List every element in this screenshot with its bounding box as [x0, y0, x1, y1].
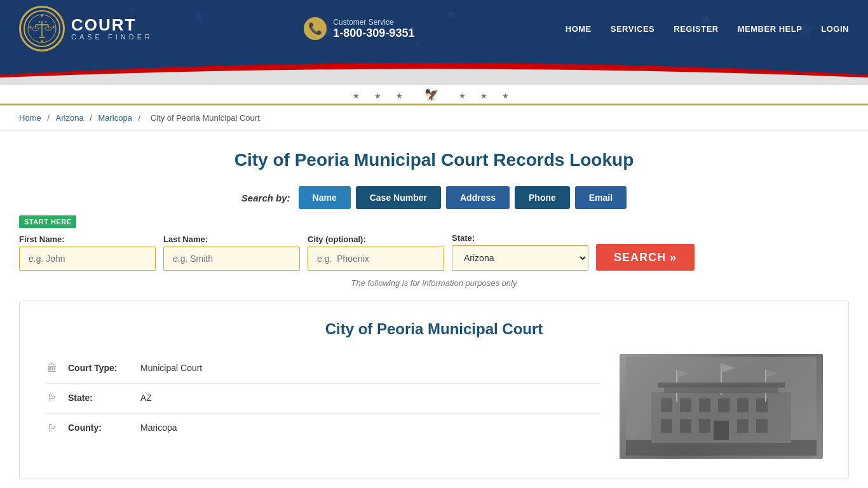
state-label: State: — [452, 233, 588, 243]
court-image-placeholder — [620, 354, 823, 459]
search-by-row: Search by: Name Case Number Address Phon… — [19, 186, 849, 209]
main-content: City of Peoria Municipal Court Records L… — [0, 131, 868, 488]
tab-phone[interactable]: Phone — [515, 186, 570, 209]
svg-rect-38 — [756, 419, 768, 433]
breadcrumb-current: City of Peoria Municipal Court — [151, 113, 260, 123]
court-info-body: 🏛 Court Type: Municipal Court 🏳 State: A… — [45, 354, 823, 459]
nav-home[interactable]: HOME — [566, 24, 592, 34]
breadcrumb-home[interactable]: Home — [19, 113, 41, 123]
info-text: The following is for information purpose… — [19, 278, 849, 288]
nav-member-help[interactable]: MEMBER HELP — [738, 24, 803, 34]
court-info-title: City of Peoria Municipal Court — [45, 320, 823, 338]
svg-text:★: ★ — [44, 20, 48, 24]
svg-rect-31 — [718, 398, 729, 412]
main-nav: HOME SERVICES REGISTER MEMBER HELP LOGIN — [566, 24, 849, 34]
svg-text:★: ★ — [40, 13, 44, 18]
search-button[interactable]: SEARCH » — [596, 244, 695, 271]
court-image — [620, 354, 823, 459]
svg-text:★: ★ — [40, 39, 44, 43]
state-row: 🏳 State: AZ — [45, 384, 600, 414]
svg-rect-30 — [699, 398, 710, 412]
state-select[interactable]: Arizona Alabama Alaska California Colora… — [452, 245, 588, 271]
nav-register[interactable]: REGISTER — [674, 24, 718, 34]
tab-case-number[interactable]: Case Number — [356, 186, 441, 209]
svg-rect-39 — [714, 421, 729, 440]
site-header: ★ ★ ★ ★ ★ ★ ★ ★ ★ ★ ★ ★ ★ ★ — [0, 0, 868, 57]
court-type-row: 🏛 Court Type: Municipal Court — [45, 354, 600, 384]
state-icon: 🏳 — [45, 393, 59, 404]
court-type-icon: 🏛 — [45, 363, 59, 374]
svg-text:★: ★ — [29, 25, 32, 29]
nav-login[interactable]: LOGIN — [821, 24, 849, 34]
county-row: 🏳 County: Maricopa — [45, 414, 600, 443]
svg-text:★: ★ — [38, 20, 41, 24]
tab-address[interactable]: Address — [446, 186, 510, 209]
court-info-section: City of Peoria Municipal Court 🏛 Court T… — [19, 301, 849, 478]
svg-rect-35 — [680, 419, 691, 433]
state-group: State: Arizona Alabama Alaska California… — [452, 233, 588, 271]
last-name-group: Last Name: — [163, 234, 300, 271]
phone-icon: 📞 — [304, 17, 327, 40]
breadcrumb-county[interactable]: Maricopa — [98, 113, 132, 123]
breadcrumb-sep2: / — [90, 113, 94, 123]
svg-rect-47 — [658, 383, 785, 388]
state-value: AZ — [140, 393, 152, 403]
arch-container — [0, 57, 868, 85]
breadcrumb-sep3: / — [139, 113, 143, 123]
last-name-input[interactable] — [163, 247, 300, 271]
svg-rect-37 — [737, 419, 749, 433]
svg-rect-36 — [699, 419, 710, 433]
tab-name[interactable]: Name — [299, 186, 351, 209]
search-form: First Name: Last Name: City (optional): … — [19, 233, 849, 271]
svg-text:★: ★ — [191, 6, 207, 26]
svg-text:★: ★ — [51, 25, 55, 29]
customer-service: 📞 Customer Service 1-800-309-9351 — [304, 17, 414, 40]
court-type-label: Court Type: — [68, 363, 132, 373]
county-value: Maricopa — [140, 423, 177, 433]
county-icon: 🏳 — [45, 423, 59, 434]
start-here-badge: START HERE — [19, 215, 849, 233]
logo[interactable]: ★ ★ ★ ★ ★ ★ COURT CASE FINDER — [19, 6, 153, 51]
cs-phone: 1-800-309-9351 — [333, 27, 414, 40]
nav-services[interactable]: SERVICES — [611, 24, 655, 34]
first-name-group: First Name: — [19, 234, 156, 271]
svg-rect-32 — [737, 398, 749, 412]
eagle-strip: ★ ★ ★ 🦅 ★ ★ ★ — [0, 85, 868, 105]
tab-email[interactable]: Email — [575, 186, 627, 209]
svg-rect-29 — [680, 398, 691, 412]
svg-text:★: ★ — [445, 6, 458, 22]
search-by-label: Search by: — [241, 193, 290, 203]
city-label: City (optional): — [308, 234, 444, 244]
eagle-icon: 🦅 — [424, 88, 444, 101]
last-name-label: Last Name: — [163, 234, 300, 244]
cs-label: Customer Service — [333, 18, 414, 27]
svg-rect-28 — [661, 398, 672, 412]
court-type-value: Municipal Court — [140, 363, 202, 373]
breadcrumb-state[interactable]: Arizona — [56, 113, 84, 123]
logo-text: COURT CASE FINDER — [71, 17, 153, 41]
breadcrumb: Home / Arizona / Maricopa / City of Peor… — [0, 105, 868, 131]
first-name-input[interactable] — [19, 247, 156, 271]
state-label-detail: State: — [68, 393, 132, 403]
city-group: City (optional): — [308, 234, 444, 271]
city-input[interactable] — [308, 247, 444, 271]
breadcrumb-sep1: / — [47, 113, 51, 123]
first-name-label: First Name: — [19, 234, 156, 244]
court-details: 🏛 Court Type: Municipal Court 🏳 State: A… — [45, 354, 600, 459]
page-title: City of Peoria Municipal Court Records L… — [19, 150, 849, 170]
logo-emblem: ★ ★ ★ ★ ★ ★ — [19, 6, 65, 51]
county-label: County: — [68, 423, 132, 433]
svg-rect-34 — [661, 419, 672, 433]
